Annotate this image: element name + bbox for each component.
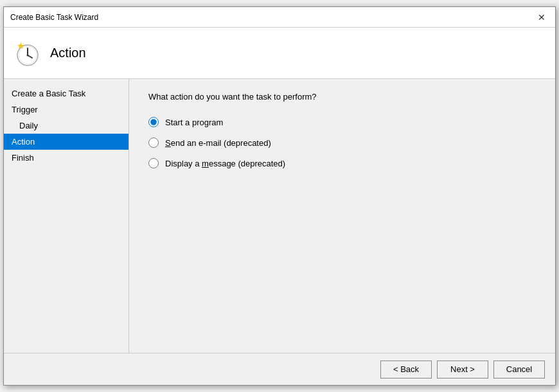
radio-item-start-program[interactable]: Start a program (148, 117, 536, 127)
next-button[interactable]: Next > (437, 361, 488, 379)
sidebar-item-action[interactable]: Action (4, 134, 129, 150)
radio-label-display-message: Display a message (deprecated) (165, 159, 285, 168)
page-title: Action (50, 46, 86, 60)
svg-text:★: ★ (17, 40, 25, 51)
radio-item-send-email[interactable]: Send an e-mail (deprecated) (148, 138, 536, 148)
main-content: Create a Basic Task Trigger Daily Action… (4, 79, 555, 353)
radio-group: Start a program Send an e-mail (deprecat… (148, 117, 536, 168)
radio-send-email[interactable] (148, 138, 159, 148)
content-question: What action do you want the task to perf… (148, 92, 536, 102)
radio-label-send-email: Send an e-mail (deprecated) (165, 138, 271, 148)
header-section: ★ Action (4, 28, 555, 79)
radio-display-message[interactable] (148, 158, 159, 168)
sidebar-item-daily[interactable]: Daily (4, 118, 129, 134)
footer: < Back Next > Cancel (4, 353, 555, 385)
radio-item-display-message[interactable]: Display a message (deprecated) (148, 158, 536, 168)
sidebar-item-finish[interactable]: Finish (4, 150, 129, 166)
sidebar-item-create-basic-task[interactable]: Create a Basic Task (4, 85, 129, 102)
radio-start-program[interactable] (148, 117, 159, 127)
radio-label-start-program: Start a program (165, 118, 223, 127)
dialog-window: Create Basic Task Wizard ✕ ★ Action Crea… (3, 6, 556, 386)
title-bar: Create Basic Task Wizard ✕ (4, 7, 555, 28)
cancel-button[interactable]: Cancel (493, 361, 545, 379)
content-area: What action do you want the task to perf… (129, 79, 555, 353)
sidebar-item-trigger[interactable]: Trigger (4, 102, 129, 118)
close-button[interactable]: ✕ (535, 10, 549, 24)
dialog-title: Create Basic Task Wizard (10, 13, 98, 22)
sidebar: Create a Basic Task Trigger Daily Action… (4, 79, 129, 353)
svg-point-4 (27, 54, 29, 56)
action-icon: ★ (14, 40, 41, 67)
back-button[interactable]: < Back (380, 361, 432, 379)
